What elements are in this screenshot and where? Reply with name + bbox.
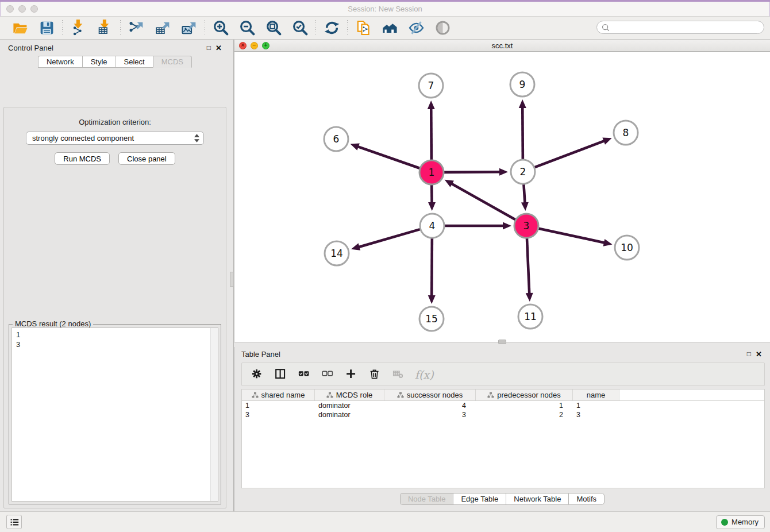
tab-style[interactable]: Style xyxy=(82,56,116,68)
tab-mcds[interactable]: MCDS xyxy=(153,56,192,68)
graph-node-11[interactable]: 11 xyxy=(518,304,542,329)
column-header-predecessor-nodes[interactable]: predecessor nodes xyxy=(476,390,573,400)
tab-network-table[interactable]: Network Table xyxy=(506,493,568,505)
column-header-shared-name[interactable]: shared name xyxy=(242,390,315,400)
window-minimize-icon[interactable] xyxy=(18,5,26,13)
table-cell[interactable]: dominator xyxy=(315,410,384,419)
table-panel-float-icon[interactable]: □ xyxy=(747,350,751,358)
add-column-button[interactable] xyxy=(344,368,358,381)
graph-edge-1-2[interactable] xyxy=(444,168,508,176)
graph-edge-3-1[interactable] xyxy=(445,180,515,219)
zoom-fit-button[interactable] xyxy=(264,19,283,37)
zoom-in-button[interactable] xyxy=(211,19,230,37)
graph-node-6[interactable]: 6 xyxy=(324,127,348,151)
graph-node-3[interactable]: 3 xyxy=(514,214,538,238)
svg-text:6: 6 xyxy=(333,133,340,145)
show-panels-button[interactable] xyxy=(6,515,22,529)
hide-graphics-button[interactable] xyxy=(406,19,426,37)
table-cell[interactable]: 1 xyxy=(476,401,573,410)
graph-node-4[interactable]: 4 xyxy=(420,214,444,238)
column-header-MCDS-role[interactable]: MCDS role xyxy=(315,390,384,400)
deselect-all-columns-button[interactable] xyxy=(321,368,334,381)
graph-edge-2-8[interactable] xyxy=(535,137,612,167)
close-panel-button[interactable]: Close panel xyxy=(118,152,175,165)
column-header-successor-nodes[interactable]: successor nodes xyxy=(384,390,476,400)
graph-node-14[interactable]: 14 xyxy=(325,241,349,265)
criterion-select[interactable]: strongly connected component xyxy=(26,132,204,145)
column-header-name[interactable]: name xyxy=(573,390,619,400)
clone-network-button[interactable] xyxy=(353,19,373,37)
export-image-button[interactable] xyxy=(179,19,199,37)
tab-edge-table[interactable]: Edge Table xyxy=(453,493,506,505)
tab-select[interactable]: Select xyxy=(116,56,153,68)
table-panel-close-icon[interactable]: ✕ xyxy=(756,350,762,358)
table-settings-button[interactable] xyxy=(250,368,264,381)
export-table-button[interactable] xyxy=(153,19,172,37)
table-cell[interactable]: 3 xyxy=(573,410,619,419)
table-row[interactable]: 3dominator323 xyxy=(242,410,764,419)
tab-node-table[interactable]: Node Table xyxy=(400,493,453,505)
control-panel-float-icon[interactable]: □ xyxy=(207,44,211,52)
split-view-button[interactable] xyxy=(274,368,287,381)
show-graphics-details-button[interactable] xyxy=(433,19,452,37)
graph-node-9[interactable]: 9 xyxy=(510,72,534,97)
tab-network[interactable]: Network xyxy=(38,56,82,68)
graph-edge-1-4[interactable] xyxy=(428,185,436,211)
table-cell[interactable]: 4 xyxy=(384,401,476,410)
graph-node-2[interactable]: 2 xyxy=(511,160,535,184)
column-type-icon xyxy=(397,392,404,398)
import-network-button[interactable] xyxy=(68,19,88,37)
vertical-splitter[interactable] xyxy=(230,40,234,513)
delete-column-button[interactable] xyxy=(368,368,382,381)
table-cell[interactable]: 1 xyxy=(242,401,315,410)
export-network-button[interactable] xyxy=(126,19,146,37)
graph-node-10[interactable]: 10 xyxy=(615,236,639,260)
network-canvas[interactable]: 7968124314101511 xyxy=(234,52,770,342)
network-graph[interactable]: 7968124314101511 xyxy=(234,52,770,342)
memory-button[interactable]: Memory xyxy=(716,515,765,529)
graph-node-1[interactable]: 1 xyxy=(419,160,444,184)
zoom-selected-button[interactable] xyxy=(290,19,310,37)
network-window-minimize-icon[interactable]: − xyxy=(251,42,258,49)
table-cell[interactable]: 2 xyxy=(476,410,573,419)
table-cell[interactable]: 3 xyxy=(242,410,315,419)
graph-edge-1-6[interactable] xyxy=(351,143,420,168)
select-all-columns-button[interactable] xyxy=(297,368,311,381)
graph-node-8[interactable]: 8 xyxy=(614,121,638,145)
result-scrollbar[interactable] xyxy=(210,328,218,501)
graph-edge-2-9[interactable] xyxy=(519,99,526,159)
table-row[interactable]: 1dominator411 xyxy=(242,401,764,410)
window-close-icon[interactable] xyxy=(6,5,14,13)
control-panel-close-icon[interactable]: ✕ xyxy=(215,44,222,52)
search-box[interactable] xyxy=(596,21,764,34)
network-window-close-icon[interactable]: × xyxy=(239,42,247,49)
open-session-button[interactable] xyxy=(10,19,30,37)
zoom-out-button[interactable] xyxy=(237,19,257,37)
window-zoom-icon[interactable] xyxy=(30,5,38,13)
import-table-button[interactable] xyxy=(95,19,114,37)
search-input[interactable] xyxy=(611,22,764,33)
open-session-icon xyxy=(12,20,29,36)
graph-edge-4-14[interactable] xyxy=(351,229,420,250)
graph-edge-2-3[interactable] xyxy=(521,184,529,211)
save-session-button[interactable] xyxy=(37,19,56,37)
mcds-result-list[interactable]: 1 3 xyxy=(12,328,210,501)
refresh-layout-button[interactable] xyxy=(322,19,341,37)
table-cell[interactable]: dominator xyxy=(315,401,384,410)
table-cell[interactable]: 3 xyxy=(384,410,476,419)
graph-edge-4-15[interactable] xyxy=(428,238,436,304)
graph-node-15[interactable]: 15 xyxy=(419,307,444,331)
first-neighbors-button[interactable] xyxy=(380,19,399,37)
network-window-titlebar[interactable]: × − + scc.txt xyxy=(234,40,770,52)
graph-edge-3-11[interactable] xyxy=(526,238,533,302)
network-window-zoom-icon[interactable]: + xyxy=(262,42,270,49)
graph-edge-1-7[interactable] xyxy=(428,101,435,160)
vertical-splitter-grip[interactable] xyxy=(230,272,234,287)
table-cell[interactable]: 1 xyxy=(573,401,619,410)
graph-edge-4-3[interactable] xyxy=(445,222,511,230)
canvas-resize-handle[interactable] xyxy=(498,340,506,344)
graph-node-7[interactable]: 7 xyxy=(419,74,443,98)
run-mcds-button[interactable]: Run MCDS xyxy=(55,152,110,165)
graph-edge-3-10[interactable] xyxy=(538,229,612,246)
tab-motifs[interactable]: Motifs xyxy=(568,493,605,505)
